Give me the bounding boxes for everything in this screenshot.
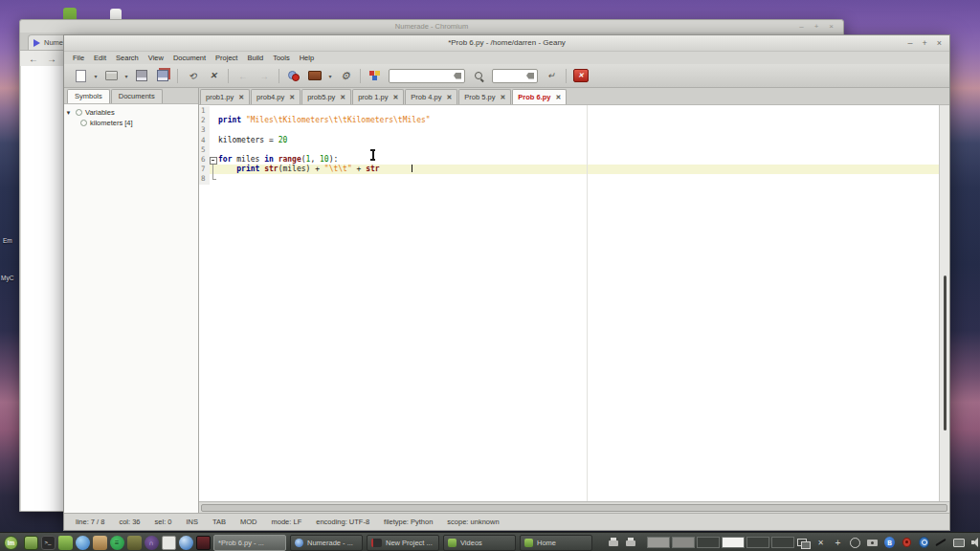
plus-icon[interactable] — [832, 536, 844, 549]
open-file-dropdown-icon[interactable] — [122, 73, 131, 79]
quit-button[interactable] — [570, 67, 591, 84]
execute-button[interactable] — [335, 67, 356, 84]
headphones-app-launcher[interactable] — [145, 536, 159, 550]
taskbar-window-folder[interactable]: Videos — [443, 535, 516, 551]
taskbar-window-folder[interactable]: Home — [520, 535, 592, 551]
desktop-icon-label-2[interactable]: MyC — [1, 275, 13, 281]
volume-icon[interactable] — [969, 536, 980, 549]
screenshot-icon[interactable] — [866, 536, 879, 549]
nav-forward-button[interactable] — [254, 67, 275, 84]
goto-line-input[interactable] — [492, 69, 538, 83]
file-tab-prob-5.py[interactable]: Prob 5.py✕ — [458, 89, 511, 104]
build-dropdown-icon[interactable] — [325, 73, 335, 79]
taskbar-window-geany[interactable]: *Prob 6.py - ... — [213, 535, 286, 551]
menu-document[interactable]: Document — [168, 52, 211, 64]
clock-icon[interactable] — [849, 536, 861, 549]
menu-build[interactable]: Build — [242, 52, 268, 64]
close-document-button[interactable] — [203, 67, 224, 84]
plain-app-launcher[interactable] — [162, 536, 176, 550]
tab-close-icon[interactable]: ✕ — [238, 91, 244, 104]
tab-close-icon[interactable]: ✕ — [289, 91, 295, 104]
browser-back-icon[interactable]: ← — [29, 54, 38, 64]
menu-edit[interactable]: Edit — [89, 52, 111, 64]
save-button[interactable] — [131, 67, 152, 84]
printer-icon[interactable] — [608, 536, 620, 549]
build-button[interactable] — [304, 67, 325, 84]
new-file-button[interactable] — [70, 67, 91, 84]
save-all-button[interactable] — [152, 67, 173, 84]
spotify-launcher[interactable] — [110, 536, 124, 550]
editor-horizontal-scrollbar[interactable] — [199, 501, 949, 513]
file-tab-prob5.py[interactable]: prob5.py✕ — [301, 89, 351, 104]
mint-menu-button[interactable]: lm — [2, 534, 20, 551]
open-file-button[interactable] — [100, 67, 122, 84]
new-file-dropdown-icon[interactable] — [91, 73, 100, 79]
color-chooser-button[interactable] — [365, 67, 386, 84]
printer-queue-icon[interactable] — [625, 536, 637, 549]
tree-expander-icon[interactable]: ▼ — [64, 110, 73, 116]
toolbar-search-input[interactable] — [389, 69, 465, 83]
vertical-scrollbar-thumb[interactable] — [944, 276, 947, 430]
workspace-6[interactable] — [771, 537, 794, 548]
workspace-1[interactable] — [647, 537, 670, 548]
nav-back-button[interactable] — [233, 67, 254, 84]
screen-share-icon[interactable] — [797, 536, 810, 549]
chromium-close-button[interactable]: × — [829, 20, 834, 33]
compile-button[interactable] — [283, 67, 304, 84]
file-tab-prob-1.py[interactable]: prob 1.py✕ — [352, 89, 404, 104]
file-tab-prob4.py[interactable]: prob4.py✕ — [251, 89, 301, 104]
sidebar-tab-documents[interactable]: Documents — [111, 89, 163, 103]
geany-minimize-button[interactable]: – — [907, 38, 912, 48]
tab-close-icon[interactable]: ✕ — [340, 91, 345, 104]
goto-line-button[interactable] — [541, 67, 562, 84]
workspace-3[interactable] — [697, 537, 720, 548]
tab-close-icon[interactable]: ✕ — [446, 91, 452, 104]
chromium-titlebar[interactable]: Numerade - Chromium – + × — [20, 20, 843, 33]
bluetooth-icon[interactable] — [883, 536, 896, 549]
symbols-tree-item[interactable]: kilometers [4] — [64, 118, 198, 128]
menu-search[interactable]: Search — [111, 52, 144, 64]
pen-icon[interactable] — [935, 536, 947, 549]
tan-app-launcher[interactable] — [93, 536, 107, 550]
geany-titlebar[interactable]: *Prob 6.py - /home/darren - Geany – + × — [64, 35, 949, 52]
blue-sphere-app-launcher[interactable] — [179, 536, 193, 550]
update-shield-icon[interactable] — [918, 536, 930, 549]
chromium-maximize-button[interactable]: + — [814, 20, 819, 33]
symbols-tree-item[interactable]: ▼Variables — [64, 107, 198, 118]
desktop-icon-label-1[interactable]: Em — [3, 237, 12, 244]
workspace-2[interactable] — [672, 537, 695, 548]
search-button[interactable] — [468, 67, 489, 84]
geany-maximize-button[interactable]: + — [922, 38, 926, 48]
taskbar-window-chromium[interactable]: Numerade - ... — [290, 535, 363, 551]
olive-app-launcher[interactable] — [127, 536, 142, 550]
menu-file[interactable]: File — [68, 52, 89, 64]
menu-tools[interactable]: Tools — [268, 52, 295, 64]
taskbar-window-video-editor[interactable]: New Project ... — [367, 535, 439, 551]
editor-vertical-scrollbar[interactable] — [939, 105, 949, 501]
show-desktop-launcher[interactable] — [24, 536, 38, 550]
file-tab-prob-6.py[interactable]: Prob 6.py✕ — [512, 89, 567, 104]
sidebar-tab-symbols[interactable]: Symbols — [67, 89, 110, 103]
revert-button[interactable] — [182, 67, 203, 84]
file-manager-launcher[interactable] — [58, 536, 73, 550]
workspace-5[interactable] — [746, 537, 769, 548]
tab-close-icon[interactable]: ✕ — [500, 91, 505, 104]
file-tab-prob-4.py[interactable]: Prob 4.py✕ — [405, 89, 457, 104]
file-tab-prob1.py[interactable]: prob1.py✕ — [200, 89, 250, 104]
recorder-icon[interactable] — [901, 536, 913, 549]
terminal-launcher[interactable] — [41, 536, 56, 550]
display-icon[interactable] — [952, 536, 965, 549]
geany-close-button[interactable]: × — [937, 38, 942, 48]
workspace-4[interactable] — [722, 537, 745, 548]
chromium-minimize-button[interactable]: – — [799, 20, 803, 33]
close-icon[interactable] — [814, 536, 827, 549]
blue-orb-app-launcher[interactable] — [76, 536, 90, 550]
menu-help[interactable]: Help — [295, 52, 319, 64]
browser-forward-icon[interactable]: → — [47, 54, 56, 64]
code-editor[interactable]: 12print "Miles\tKilometers\t\tKilometers… — [199, 104, 949, 501]
menu-view[interactable]: View — [144, 52, 168, 64]
tab-close-icon[interactable]: ✕ — [392, 91, 398, 104]
fold-margin-marker[interactable] — [210, 155, 218, 165]
menu-project[interactable]: Project — [211, 52, 242, 64]
horizontal-scrollbar-thumb[interactable] — [201, 504, 947, 512]
